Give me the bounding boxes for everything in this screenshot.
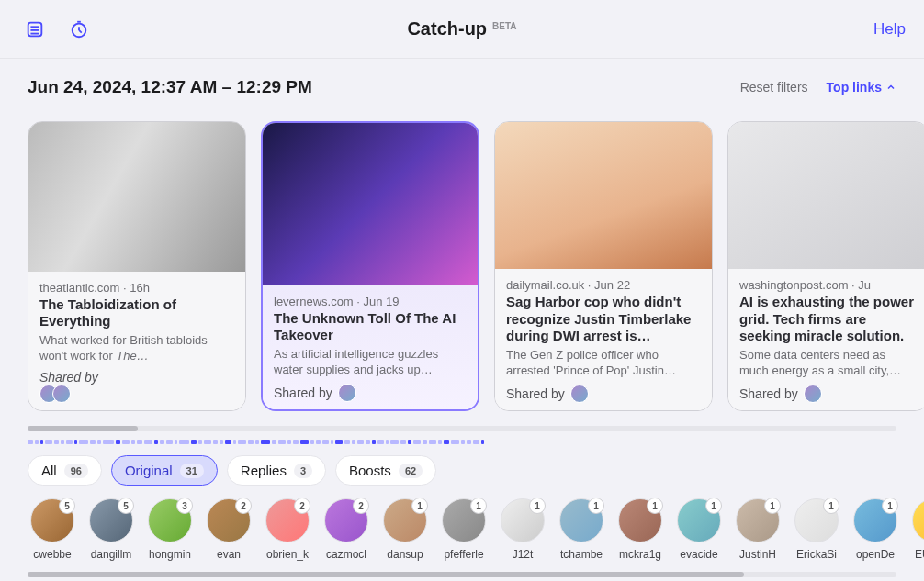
list-icon[interactable]: [18, 13, 51, 46]
person-name: openDe: [849, 548, 902, 561]
filter-pills: All 96 Original 31 Replies 3 Boosts 62: [0, 455, 924, 498]
card-shared: Shared by: [274, 378, 467, 402]
person-item[interactable]: 1JustinH: [733, 498, 783, 561]
svg-line-6: [79, 29, 82, 32]
card-title: The Unknown Toll Of The AI Takeover: [274, 310, 467, 345]
person-item[interactable]: 2cazmocl: [321, 498, 371, 561]
person-item[interactable]: 1pfefferle: [439, 498, 489, 561]
filter-all[interactable]: All 96: [28, 455, 102, 486]
post-count-badge: 1: [705, 498, 722, 514]
help-link[interactable]: Help: [873, 20, 906, 39]
person-item[interactable]: 2obrien_k: [263, 498, 312, 561]
person-name: ErickaSi: [790, 548, 843, 561]
timeline-segment: [97, 440, 101, 444]
person-item[interactable]: 1EUCom: [909, 498, 924, 561]
person-item[interactable]: 5dangillm: [86, 498, 136, 561]
person-item[interactable]: 1dansup: [380, 498, 430, 561]
shared-by-label: Shared by: [39, 370, 98, 385]
person-item[interactable]: 5cwebbe: [28, 498, 77, 561]
person-item[interactable]: 1ErickaSi: [792, 498, 841, 561]
timeline-segment: [335, 440, 343, 444]
card-desc: The Gen Z police officer who arrested 'P…: [506, 348, 701, 379]
filter-boosts[interactable]: Boosts 62: [335, 455, 436, 486]
person-item[interactable]: 3hongmin: [145, 498, 195, 561]
timeline-segment: [28, 440, 33, 444]
card-shared: Shared by: [39, 364, 234, 403]
avatar: 3: [148, 498, 192, 542]
person-name: dansup: [378, 548, 432, 561]
card-desc: As artificial intelligence guzzles water…: [274, 347, 467, 378]
timeline-segment: [386, 440, 389, 444]
link-card[interactable]: levernews.com · Jun 19The Unknown Toll O…: [261, 121, 479, 411]
person-name: tchambe: [555, 548, 608, 561]
link-card[interactable]: dailymail.co.uk · Jun 22Sag Harbor cop w…: [494, 121, 713, 411]
timeline-segment: [287, 440, 291, 444]
card-image: [28, 122, 245, 272]
timeline-segment: [322, 440, 329, 444]
person-item[interactable]: 1tchambe: [557, 498, 606, 561]
post-count-badge: 1: [470, 498, 487, 514]
timeline-segment: [390, 440, 399, 444]
person-item[interactable]: 1openDe: [851, 498, 900, 561]
timeline-segment: [438, 440, 442, 444]
sharer-avatar: [52, 385, 71, 403]
avatar: 1: [677, 498, 721, 542]
people-scrollbar[interactable]: [28, 572, 896, 577]
reset-filters[interactable]: Reset filters: [740, 80, 808, 95]
filter-replies[interactable]: Replies 3: [227, 455, 326, 486]
person-item[interactable]: 1evacide: [674, 498, 724, 561]
filter-original-count: 31: [180, 464, 204, 478]
person-item[interactable]: 2evan: [204, 498, 254, 561]
avatar: 5: [89, 498, 133, 542]
post-count-badge: 2: [353, 498, 369, 514]
timeline-segment: [90, 440, 96, 444]
person-item[interactable]: 1mckra1g: [615, 498, 665, 561]
post-count-badge: 1: [647, 498, 663, 514]
activity-timeline[interactable]: [28, 439, 896, 444]
timeline-segment: [131, 440, 135, 444]
timeline-segment: [461, 440, 465, 444]
filter-all-label: All: [41, 463, 57, 478]
card-title: The Tabloidization of Everything: [39, 296, 234, 331]
post-count-badge: 1: [588, 498, 604, 514]
sharer-avatar: [804, 385, 822, 403]
timeline-segment: [61, 440, 64, 444]
timeline-segment: [40, 440, 43, 444]
timeline-segment: [451, 440, 459, 444]
timeline-segment: [225, 440, 231, 444]
sharer-avatar: [570, 385, 589, 403]
post-count-badge: 5: [59, 498, 75, 514]
filter-original-label: Original: [125, 463, 173, 478]
timer-icon[interactable]: [62, 13, 96, 46]
card-desc: Some data centers need as much energy as…: [739, 348, 918, 379]
filter-boosts-count: 62: [399, 464, 423, 478]
filter-replies-count: 3: [294, 464, 312, 478]
top-links-toggle[interactable]: Top links: [827, 80, 896, 95]
sharer-avatars: [570, 385, 589, 403]
avatar: 2: [324, 498, 368, 542]
link-card[interactable]: theatlantic.com · 16hThe Tabloidization …: [28, 121, 246, 411]
timeline-segment: [408, 440, 411, 444]
timeline-segment: [103, 440, 114, 444]
card-title: Sag Harbor cop who didn't recognize Just…: [506, 294, 701, 345]
avatar: 2: [265, 498, 310, 542]
card-meta: washingtonpost.com · Ju: [739, 278, 918, 292]
shared-by-label: Shared by: [506, 386, 565, 401]
link-card[interactable]: washingtonpost.com · JuAI is exhausting …: [727, 121, 924, 411]
timeline-segment: [372, 440, 376, 444]
timeline-segment: [377, 440, 384, 444]
person-name: evacide: [672, 548, 726, 561]
person-name: mckra1g: [614, 548, 667, 561]
sharer-avatars: [338, 384, 356, 402]
avatar: 1: [559, 498, 603, 542]
timeline-segment: [74, 440, 77, 444]
person-item[interactable]: 1J12t: [498, 498, 547, 561]
people-scrollbar-thumb[interactable]: [28, 572, 744, 577]
cards-scrollbar-thumb[interactable]: [28, 426, 138, 431]
people-row: 5cwebbe5dangillm3hongmin2evan2obrien_k2c…: [0, 498, 924, 568]
timeline-segment: [261, 440, 270, 444]
card-title: AI is exhausting the power grid. Tech fi…: [739, 294, 918, 345]
filter-original[interactable]: Original 31: [111, 455, 218, 486]
timeline-segment: [344, 440, 350, 444]
cards-scrollbar[interactable]: [28, 426, 896, 431]
